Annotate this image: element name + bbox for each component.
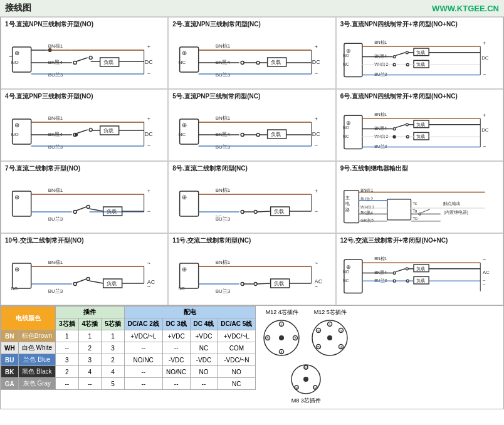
diagram-10-svg: ⊕ BN棕1 ~ BU兰3 负载 AC NO ~: [5, 248, 164, 301]
svg-text:NC: NC: [343, 62, 349, 66]
svg-point-126: [406, 123, 408, 126]
power-val: +VDC: [162, 330, 190, 342]
svg-text:NC: NC: [179, 132, 186, 137]
svg-point-281: [327, 335, 332, 340]
svg-text:BN棕1: BN棕1: [48, 260, 63, 265]
svg-text:负载: 负载: [107, 209, 117, 214]
col-header-power: 配电: [124, 307, 256, 318]
power-val: --: [162, 378, 190, 390]
table-row: GA灰色 Gray----5------NC: [1, 378, 256, 390]
svg-text:WH白3: WH白3: [360, 205, 374, 209]
svg-text:−: −: [315, 70, 318, 76]
col-header-color: 电线颜色: [1, 307, 56, 330]
power-val: --: [190, 378, 218, 390]
diagram-8: 8号.直流二线制常闭型(NC) ⊕ BN棕1 + BU兰3 负载 − NC: [168, 161, 335, 233]
svg-text:⊕: ⊕: [345, 120, 350, 126]
svg-point-135: [406, 135, 409, 138]
svg-line-13: [76, 58, 88, 61]
svg-text:DC: DC: [145, 59, 153, 65]
svg-point-230: [254, 283, 257, 286]
svg-text:⊕: ⊕: [14, 266, 19, 273]
wire-name: 兰色 Blue: [18, 354, 55, 366]
svg-text:1: 1: [305, 366, 307, 370]
svg-text:3: 3: [317, 329, 320, 333]
col-power-dc4: DC 4线: [190, 318, 218, 330]
m8-3pin-label: M8 3芯插件: [291, 397, 321, 405]
svg-text:2: 2: [294, 337, 297, 341]
svg-text:BK黑4: BK黑4: [374, 54, 387, 58]
diagram-6: 6号.直流NPN四线制常开+常闭型(NO+NC) NO NC ⊕ BN棕1 + …: [336, 89, 503, 161]
svg-point-34: [256, 61, 260, 65]
plugin-val: --: [56, 378, 79, 390]
svg-text:NC: NC: [343, 278, 349, 283]
svg-text:BN棕1: BN棕1: [374, 112, 387, 117]
svg-text:GR灰5: GR灰5: [360, 218, 374, 223]
svg-line-152: [76, 207, 87, 211]
diagram-7: 7号.直流二线制常开型(NO) ⊕ BN棕1 + BU兰3 负载 −: [1, 161, 168, 233]
wire-code: BN: [1, 330, 19, 342]
m8-3pin-wrapper: 1 2 3 M8 3芯插件: [289, 362, 323, 406]
wire-name: 白色 White: [18, 342, 55, 354]
diagram-7-svg: ⊕ BN棕1 + BU兰3 负载 −: [5, 176, 164, 229]
m12-5pin-svg: 1 2 3 4 5: [310, 318, 350, 359]
diagram-7-title: 7号.直流二线制常开型(NO): [5, 164, 164, 173]
svg-point-124: [393, 128, 396, 130]
svg-text:NC: NC: [216, 214, 222, 219]
col-power-dc5: DC/AC 5线: [218, 318, 256, 330]
page-header: 接线图 WWW.KTGEE.CN: [0, 0, 504, 17]
svg-text:⊕: ⊕: [14, 50, 19, 56]
svg-text:~: ~: [147, 260, 150, 266]
svg-line-175: [257, 211, 271, 212]
svg-line-159: [90, 209, 103, 211]
svg-text:BK黑4: BK黑4: [374, 270, 387, 275]
plugin-val: 3: [56, 354, 79, 366]
svg-point-12: [73, 61, 76, 65]
svg-text:DC: DC: [312, 59, 320, 65]
power-val: -VDC: [162, 354, 190, 366]
plugin-val: 5: [102, 378, 125, 390]
svg-point-55: [406, 51, 408, 54]
diagram-11-svg: ⊕ BN棕1 ~ BU兰3 负载 AC NC ~: [172, 248, 331, 301]
diagram-9-title: 9号.五线制继电器输出型: [340, 164, 499, 173]
svg-text:DC: DC: [481, 55, 489, 61]
svg-text:负载: 负载: [103, 128, 113, 134]
svg-text:1: 1: [328, 323, 331, 327]
svg-text:~: ~: [483, 281, 486, 287]
svg-text:电: 电: [345, 201, 349, 206]
svg-text:DC: DC: [481, 127, 489, 133]
m8-3pin-svg: 1 2 3: [289, 362, 323, 397]
svg-line-211: [76, 279, 87, 283]
diagram-12-svg: NO NC ⊕ BN棕1 ~ BK黑4 负载 BU兰3 负载 AC ~: [340, 248, 499, 301]
svg-text:NC: NC: [343, 134, 349, 139]
svg-point-228: [241, 283, 244, 286]
diagram-5-svg: NC ⊕ BN棕1 + BK黑4 负载 DC BU兰3 −: [172, 103, 331, 157]
diagram-6-svg: NO NC ⊕ BN棕1 + BK黑4 负载 WH白2 负载 DC B: [340, 103, 499, 157]
svg-point-62: [393, 63, 396, 66]
svg-text:负载: 负载: [274, 281, 284, 286]
svg-text:+: +: [147, 44, 150, 50]
diagram-11-title: 11号.交流二线制常闭型(NC): [172, 236, 331, 245]
svg-point-293: [303, 377, 308, 382]
diagram-4: 4号.直流PNP三线制常开型(NO) NO ⊕ BN棕1 + BK黑4 负载 D…: [1, 89, 168, 161]
plugin-val: 1: [56, 330, 79, 342]
diagram-10-title: 10号.交流二线制常开型(NO): [5, 236, 164, 245]
diagram-3-svg: NO NC ⊕ BN棕1 + BK黑4 负载 WH白2 负载: [340, 31, 499, 85]
wire-code: WH: [1, 342, 19, 354]
wire-code: BU: [1, 354, 19, 366]
svg-text:(内置继电器): (内置继电器): [443, 210, 468, 215]
svg-text:Ta: Ta: [412, 209, 417, 213]
svg-text:+: +: [315, 116, 318, 122]
svg-text:4: 4: [340, 345, 342, 350]
svg-text:3: 3: [295, 386, 298, 391]
m12-4pin-svg: 1 2 3 4: [261, 318, 302, 359]
svg-text:−: −: [483, 143, 486, 149]
diagram-6-title: 6号.直流NPN四线制常开+常闭型(NO+NC): [340, 92, 499, 101]
svg-point-210: [73, 283, 76, 286]
svg-point-170: [254, 211, 257, 214]
svg-text:负载: 负载: [416, 62, 425, 66]
svg-text:BU兰3: BU兰3: [216, 288, 231, 294]
power-val: --: [124, 366, 162, 378]
svg-text:1: 1: [280, 323, 283, 327]
svg-text:DC: DC: [145, 131, 153, 137]
wire-name: 灰色 Gray: [18, 378, 55, 390]
